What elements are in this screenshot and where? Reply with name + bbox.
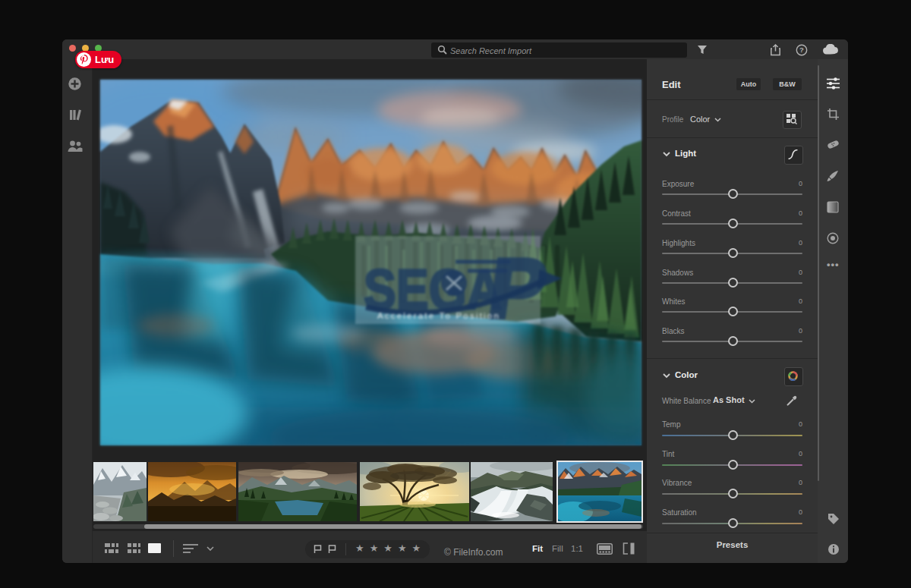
svg-text:Accelerate To Position: Accelerate To Position xyxy=(377,311,500,320)
svg-text:?: ? xyxy=(799,46,804,54)
